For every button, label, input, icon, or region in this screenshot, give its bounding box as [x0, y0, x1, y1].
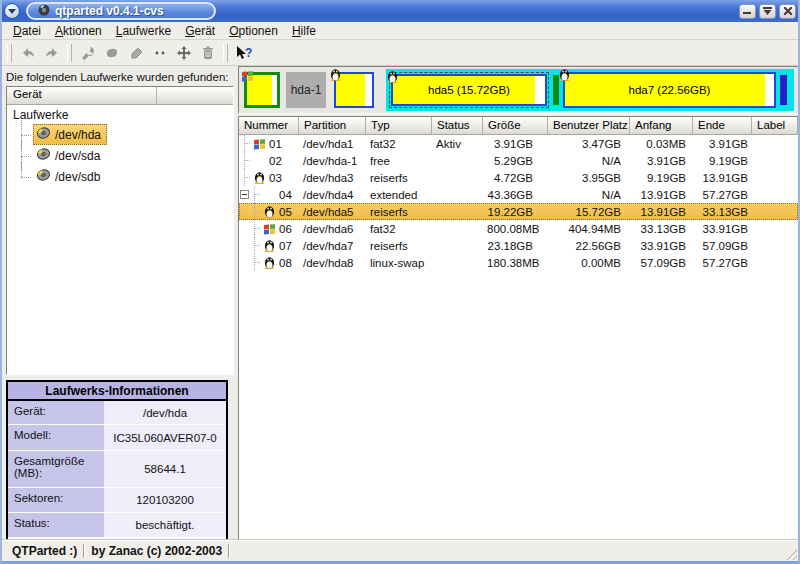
partition-number: 05: [277, 206, 292, 218]
menu-datei[interactable]: Datei: [6, 24, 48, 38]
table-row-dev-hda8[interactable]: 08/dev/hda8linux-swap180.38MB0.00MB57.09…: [239, 254, 798, 271]
column-header-label[interactable]: Label: [752, 117, 798, 134]
partition-cell-hda5[interactable]: hda5 (15.72GB): [389, 72, 549, 108]
main-area: Die folgenden Laufwerke wurden gefunden:…: [2, 66, 798, 540]
resize-button[interactable]: [148, 42, 171, 64]
close-button[interactable]: [779, 4, 796, 19]
resize-icon: [152, 45, 168, 61]
partition-number: 03: [267, 172, 282, 184]
drive-info-title: Laufwerks-Informationen: [8, 382, 226, 401]
partition-number: 08: [277, 257, 292, 269]
maximize-button[interactable]: [759, 4, 776, 19]
end-cell: 33.13GB: [693, 206, 752, 218]
table-row-dev-hda6[interactable]: 06/dev/hda6fat32800.08MB404.94MB33.13GB3…: [239, 220, 798, 237]
partition-segment-hda5[interactable]: hda5 (15.72GB): [391, 74, 547, 106]
partition-segment-hda7[interactable]: hda7 (22.56GB): [563, 72, 776, 108]
menu-aktionen[interactable]: Aktionen: [48, 24, 109, 38]
table-row-dev-hda3[interactable]: 03/dev/hda3reiserfs4.72GB3.95GB9.19GB13.…: [239, 169, 798, 186]
collapse-expander[interactable]: [240, 190, 249, 199]
start-cell: 3.91GB: [630, 155, 693, 167]
resize-grip[interactable]: [784, 547, 797, 560]
wrench-button[interactable]: [76, 42, 99, 64]
start-cell: 13.91GB: [630, 206, 693, 218]
type-cell: extended: [366, 189, 432, 201]
move-button[interactable]: [172, 42, 195, 64]
tree-item-dev-hda[interactable]: /dev/hda: [21, 124, 233, 145]
statusbar-separator: [228, 544, 230, 558]
type-cell: fat32: [366, 138, 432, 150]
undo-button[interactable]: [16, 42, 39, 64]
used-cell: 404.94MB: [548, 223, 630, 235]
column-header-nummer[interactable]: Nummer: [239, 117, 299, 134]
tree-item-dev-sdb[interactable]: /dev/sdb: [21, 166, 233, 187]
window-menu-button[interactable]: [4, 3, 20, 19]
size-cell: 3.91GB: [483, 138, 548, 150]
table-row-dev-hda5[interactable]: 05/dev/hda5reiserfs19.22GB15.72GB13.91GB…: [239, 203, 798, 220]
tree-header-rest: [157, 87, 233, 104]
title-capsule: qtparted v0.4.1-cvs: [26, 2, 216, 20]
end-cell: 57.27GB: [693, 257, 752, 269]
tree-root-laufwerke[interactable]: Laufwerke: [13, 107, 233, 124]
end-cell: 9.19GB: [693, 155, 752, 167]
partition-name: /dev/hda5: [299, 206, 366, 218]
column-header-partition[interactable]: Partition: [299, 117, 366, 134]
partition-name: /dev/hda1: [299, 138, 366, 150]
menubar: DateiAktionenLaufwerkeGerätOptionenHilfe: [2, 22, 798, 40]
used-cell: N/A: [548, 189, 630, 201]
toolbar-handle[interactable]: [7, 44, 12, 62]
menu-gert[interactable]: Gerät: [178, 24, 222, 38]
whats-this-button[interactable]: ?: [232, 42, 255, 64]
menu-optionen[interactable]: Optionen: [222, 24, 285, 38]
partition-segment-hda1[interactable]: [244, 72, 280, 108]
device-label: /dev/sda: [33, 145, 106, 166]
partition-cell-hda7[interactable]: hda7 (22.56GB): [563, 72, 776, 108]
size-cell: 180.38MB: [483, 257, 548, 269]
device-label: /dev/hda: [33, 124, 107, 145]
tree-branch: [21, 145, 33, 166]
svg-text:?: ?: [245, 46, 252, 60]
tux-icon: [261, 239, 277, 252]
partition-mini-hda8[interactable]: [780, 75, 787, 105]
partition-name: /dev/hda7: [299, 240, 366, 252]
start-cell: 57.09GB: [630, 257, 693, 269]
segment-label: hda7 (22.56GB): [565, 74, 774, 106]
minimize-button[interactable]: [739, 4, 756, 19]
table-row-dev-hda-1[interactable]: 02/dev/hda-1free5.29GBN/A3.91GB9.19GB: [239, 152, 798, 169]
column-header-benutzerplatz[interactable]: Benutzer Platz: [548, 117, 630, 134]
info-value: 120103200: [104, 488, 226, 512]
nummer-cell: 04: [239, 186, 299, 203]
windows-icon: [251, 138, 267, 150]
tree-line: [252, 203, 261, 220]
redo-button[interactable]: [40, 42, 63, 64]
toolbar-handle[interactable]: [67, 44, 72, 62]
tree-header-geraet[interactable]: Gerät: [7, 87, 157, 104]
eraser-button[interactable]: [124, 42, 147, 64]
column-header-typ[interactable]: Typ: [366, 117, 432, 134]
menu-hilfe[interactable]: Hilfe: [285, 24, 323, 38]
property-button[interactable]: [100, 42, 123, 64]
info-row: Status:beschäftigt.: [8, 513, 226, 538]
partition-segment-hda3[interactable]: [334, 72, 374, 108]
used-cell: 15.72GB: [548, 206, 630, 218]
column-header-status[interactable]: Status: [432, 117, 483, 134]
table-row-dev-hda4[interactable]: 04/dev/hda4extended43.36GBN/A13.91GB57.2…: [239, 186, 798, 203]
used-cell: 3.95GB: [548, 172, 630, 184]
free-space-segment[interactable]: hda-1: [286, 72, 326, 108]
hard-disk-icon: [36, 126, 51, 143]
delete-button[interactable]: [196, 42, 219, 64]
column-header-anfang[interactable]: Anfang: [630, 117, 693, 134]
toolbar-handle[interactable]: [223, 44, 228, 62]
start-cell: 13.91GB: [630, 189, 693, 201]
tree-item-dev-sda[interactable]: /dev/sda: [21, 145, 233, 166]
column-header-gre[interactable]: Größe: [483, 117, 548, 134]
toolbar: ?: [2, 40, 798, 66]
table-row-dev-hda1[interactable]: 01/dev/hda1fat32Aktiv3.91GB3.47GB0.03MB3…: [239, 135, 798, 152]
nummer-cell: 05: [239, 203, 299, 220]
tux-icon: [261, 256, 277, 269]
partition-number: 06: [277, 223, 292, 235]
menu-laufwerke[interactable]: Laufwerke: [109, 24, 178, 38]
column-header-ende[interactable]: Ende: [693, 117, 752, 134]
right-panel: hda-1hda5 (15.72GB)hda7 (22.56GB) Nummer…: [238, 66, 798, 540]
table-row-dev-hda7[interactable]: 07/dev/hda7reiserfs23.18GB22.56GB33.91GB…: [239, 237, 798, 254]
tux-icon: [330, 67, 341, 85]
